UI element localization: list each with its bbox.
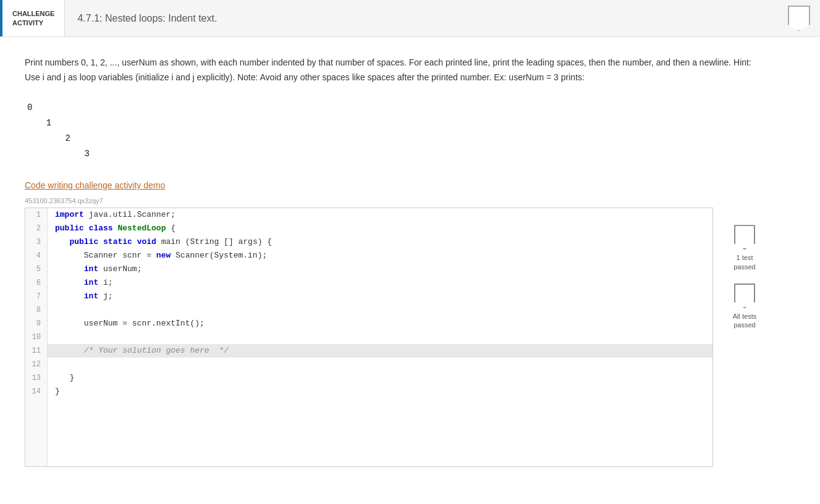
right-panel: 1 testpassed All testspassed: [723, 208, 766, 329]
code-editor-wrapper: 1 import java.util.Scanner; 2 public cla…: [25, 208, 713, 467]
table-row: 1 import java.util.Scanner;: [25, 208, 712, 222]
table-row: 12: [25, 358, 712, 371]
table-row: 5 int userNum;: [25, 262, 712, 276]
example-line-3: 3: [27, 146, 766, 162]
table-row: 4 Scanner scnr = new Scanner(System.in);: [25, 249, 712, 262]
description-text: Print numbers 0, 1, 2, ..., userNum as s…: [25, 56, 766, 85]
example-output: 0 1 2 3: [25, 100, 766, 162]
challenge-label: CHALLENGE ACTIVITY: [0, 0, 65, 36]
code-editor[interactable]: 1 import java.util.Scanner; 2 public cla…: [25, 208, 713, 467]
example-line-2: 2: [27, 131, 766, 146]
challenge-line2: ACTIVITY: [12, 19, 54, 27]
badge-icon: [788, 6, 810, 32]
table-row: 6 int i;: [25, 276, 712, 290]
table-row: [25, 426, 712, 439]
code-id: 453100.2363754.qx3zqy7: [25, 197, 103, 204]
table-row: 8: [25, 303, 712, 317]
test-label-all: All testspassed: [733, 312, 757, 330]
header: CHALLENGE ACTIVITY 4.7.1: Nested loops: …: [0, 0, 820, 37]
table-row: [25, 453, 712, 466]
table-row: 7 int j;: [25, 290, 712, 303]
challenge-line1: CHALLENGE: [12, 9, 54, 18]
header-badge: [788, 6, 810, 32]
main-content: Print numbers 0, 1, 2, ..., userNum as s…: [0, 37, 791, 479]
code-section: 1 import java.util.Scanner; 2 public cla…: [25, 208, 766, 467]
test-passed-icon-all: [734, 284, 755, 308]
table-row: 9 userNum = scnr.nextInt();: [25, 317, 712, 330]
table-row: 2 public class NestedLoop {: [25, 222, 712, 235]
table-row: [25, 412, 712, 426]
example-line-1: 1: [27, 116, 766, 131]
test-badge-1: 1 testpassed: [733, 225, 755, 271]
header-title: 4.7.1: Nested loops: Indent text.: [65, 13, 788, 24]
table-row: 13 }: [25, 371, 712, 385]
table-row: [25, 398, 712, 412]
table-row: 11 /* Your solution goes here */: [25, 344, 712, 358]
example-line-0: 0: [27, 100, 766, 116]
table-row: 3 public static void main (String [] arg…: [25, 235, 712, 249]
table-row: [25, 439, 712, 453]
table-row: 10: [25, 330, 712, 344]
demo-link[interactable]: Code writing challenge activity demo: [25, 180, 766, 190]
test-label-1: 1 testpassed: [733, 253, 755, 271]
test-badge-all: All testspassed: [733, 284, 757, 330]
table-row: 14 }: [25, 385, 712, 398]
test-passed-icon-1: [734, 225, 755, 250]
